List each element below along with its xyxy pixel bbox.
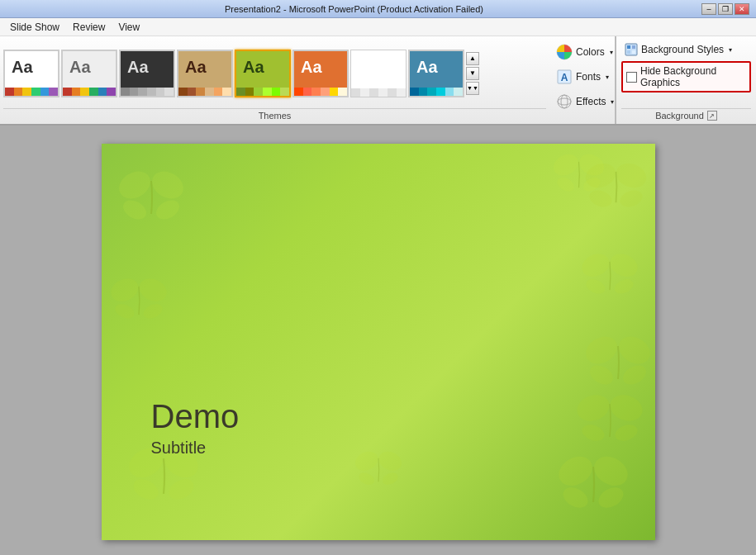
themes-content: Aa Aa Aa — [3, 40, 546, 107]
background-styles-button[interactable]: Background Styles ▾ — [621, 41, 751, 58]
svg-point-39 — [577, 391, 613, 425]
slide-title[interactable]: Demo — [151, 398, 240, 435]
butterfly-top-left — [118, 168, 184, 226]
svg-point-3 — [558, 95, 571, 108]
theme-6-label: Aa — [301, 58, 322, 77]
theme-5-label: Aa — [243, 58, 264, 77]
svg-point-43 — [556, 453, 597, 491]
title-bar-text: Presentation2 - Microsoft PowerPoint (Pr… — [7, 4, 701, 14]
background-styles-label: Background Styles — [641, 44, 724, 55]
effects-icon — [556, 92, 573, 111]
svg-point-45 — [559, 483, 592, 512]
slide-text-area: Demo Subtitle — [151, 398, 240, 458]
title-bar: Presentation2 - Microsoft PowerPoint (Pr… — [0, 0, 756, 18]
colors-button[interactable]: Colors ▾ — [553, 40, 611, 64]
themes-grid: Aa Aa Aa — [3, 50, 464, 97]
svg-point-32 — [606, 251, 639, 281]
themes-scroll: ▲ ▼ ▼▼ — [466, 52, 479, 95]
scroll-more-arrow[interactable]: ▼▼ — [466, 82, 479, 95]
hide-bg-checkbox[interactable] — [626, 72, 637, 83]
ribbon-right-panel: Colors ▾ A Fonts ▾ Effects ▾ — [549, 36, 616, 124]
svg-point-11 — [118, 168, 155, 204]
hide-background-graphics-button[interactable]: Hide Background Graphics — [621, 61, 751, 92]
menu-slideshow[interactable]: Slide Show — [3, 20, 66, 35]
menu-bar: Slide Show Review View — [0, 18, 756, 36]
effects-dropdown-arrow: ▾ — [611, 98, 614, 106]
svg-point-15 — [110, 276, 142, 306]
fonts-button[interactable]: A Fonts ▾ — [553, 64, 611, 89]
theme-item-2[interactable]: Aa — [61, 50, 117, 97]
menu-review[interactable]: Review — [66, 20, 112, 35]
butterfly-right-mid-2 — [585, 334, 651, 391]
theme-item-4[interactable]: Aa — [177, 50, 233, 97]
fonts-dropdown-arrow: ▾ — [606, 74, 609, 81]
theme-5-colorbar — [236, 88, 289, 96]
butterfly-bottom-right-2 — [556, 453, 630, 515]
fonts-icon: A — [556, 68, 573, 86]
svg-point-16 — [136, 276, 168, 306]
scroll-down-arrow[interactable]: ▼ — [466, 67, 479, 80]
theme-6-colorbar — [294, 88, 347, 96]
butterfly-mid-left — [110, 276, 168, 325]
svg-point-18 — [141, 301, 164, 321]
theme-1-label: Aa — [12, 58, 33, 77]
ribbon-background: Background Styles ▾ Hide Background Grap… — [616, 36, 756, 124]
scroll-up-arrow[interactable]: ▲ — [466, 52, 479, 65]
svg-text:A: A — [561, 72, 568, 83]
svg-point-40 — [606, 391, 643, 425]
slide-subtitle[interactable]: Subtitle — [151, 439, 240, 458]
svg-point-13 — [120, 197, 150, 223]
theme-1-colorbar — [5, 88, 58, 96]
restore-button[interactable]: ❐ — [718, 3, 733, 15]
theme-item-1[interactable]: Aa — [3, 50, 59, 97]
svg-point-31 — [581, 251, 613, 281]
slide-area: Demo Subtitle — [0, 126, 756, 555]
svg-point-21 — [130, 475, 162, 504]
themes-label: Themes — [3, 108, 546, 124]
colors-dropdown-arrow: ▾ — [610, 49, 613, 56]
ribbon: Colors ▾ A Fonts ▾ Effects ▾ — [0, 36, 756, 126]
svg-point-25 — [554, 175, 576, 194]
menu-view[interactable]: View — [112, 20, 146, 35]
theme-3-label: Aa — [127, 58, 149, 77]
background-styles-icon — [625, 43, 638, 56]
hide-background-graphics-label: Hide Background Graphics — [640, 65, 746, 88]
close-button[interactable]: ✕ — [735, 3, 749, 15]
svg-point-28 — [612, 160, 646, 192]
svg-point-48 — [375, 449, 402, 474]
background-expand-icon[interactable]: ↗ — [707, 111, 717, 121]
slide[interactable]: Demo Subtitle — [102, 144, 655, 540]
theme-item-7[interactable] — [350, 50, 407, 97]
effects-button[interactable]: Effects ▾ — [553, 89, 611, 114]
svg-point-37 — [587, 362, 616, 388]
theme-2-label: Aa — [69, 58, 91, 77]
theme-item-5[interactable]: Aa — [235, 50, 291, 97]
title-bar-buttons: – ❐ ✕ — [701, 3, 749, 15]
svg-point-27 — [585, 160, 619, 192]
svg-point-49 — [356, 471, 376, 487]
svg-point-4 — [558, 98, 571, 105]
background-label: Background ↗ — [621, 108, 751, 124]
svg-rect-9 — [627, 50, 630, 54]
theme-item-6[interactable]: Aa — [292, 50, 349, 97]
theme-4-label: Aa — [185, 58, 207, 77]
butterfly-center-bottom — [354, 449, 403, 491]
theme-item-8[interactable]: Aa — [408, 50, 464, 97]
theme-2-colorbar — [63, 88, 116, 96]
svg-point-47 — [354, 449, 381, 474]
svg-point-29 — [587, 187, 614, 210]
svg-rect-8 — [632, 45, 635, 49]
svg-point-46 — [595, 483, 627, 512]
minimize-button[interactable]: – — [701, 3, 716, 15]
fonts-label: Fonts — [576, 71, 601, 83]
svg-point-30 — [617, 187, 644, 210]
svg-point-5 — [561, 95, 568, 108]
butterfly-right-mid-1 — [581, 251, 639, 301]
butterfly-bottom-right-1 — [577, 391, 643, 449]
svg-rect-10 — [632, 50, 635, 54]
theme-3-colorbar — [121, 88, 174, 96]
theme-8-colorbar — [410, 88, 463, 96]
theme-item-3[interactable]: Aa — [119, 50, 175, 97]
theme-7-colorbar — [351, 88, 406, 97]
theme-8-label: Aa — [416, 58, 438, 77]
